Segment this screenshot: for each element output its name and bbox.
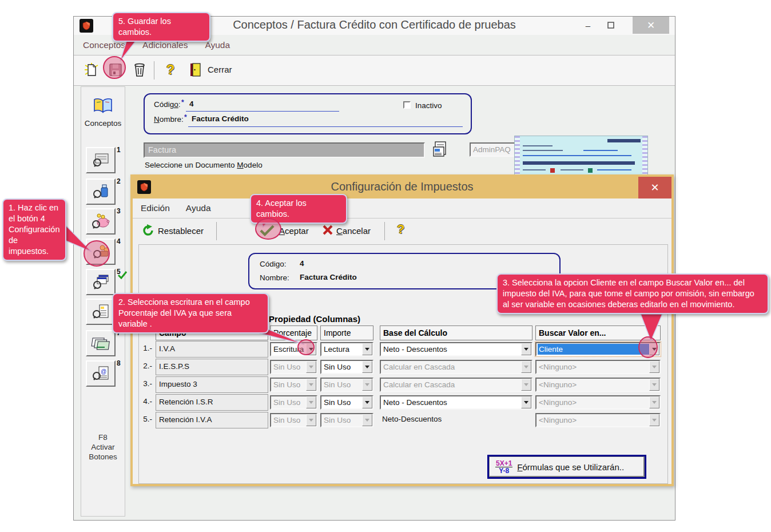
campo-cell: I.E.S.P.S [156,359,268,375]
dialog-close-icon[interactable]: ✕ [638,177,671,198]
toolbar-separator [384,222,385,240]
main-toolbar: ? Cerrar [74,55,675,85]
highlight-circle-porcentaje-arrow [297,339,315,355]
chevron-down-icon[interactable] [362,343,372,355]
row-number: 1.- [138,344,152,352]
codigo-label: Código: [260,260,287,268]
base-calculo-combo-iva[interactable]: Neto - Descuentos [380,342,532,356]
callout-step-2: 2. Selecciona escritura en el campo Porc… [112,293,269,334]
sidebar-button-5-number: 5 [117,268,125,276]
importe-combo-iva[interactable]: Lectura [320,342,373,356]
formulas-button[interactable]: 5X+1 Y-8 Fórmulas que se Utilizarán.. [487,455,646,479]
buscar-valor-combo: <Ninguno> [535,413,661,427]
codigo-label: Código: [154,100,181,109]
chevron-down-icon [306,361,316,373]
callout-step-3: 3. Selecciona la opcion Cliente en el ca… [496,273,769,314]
new-document-icon[interactable] [82,60,101,80]
codigo-input-underline [186,111,339,112]
sidebar-button-7[interactable] [86,330,116,356]
cancelar-button[interactable]: Cancelar [336,226,371,236]
porcentaje-combo: Sin Uso [270,378,317,392]
sidebar-button-1-number: 1 [117,146,125,154]
highlight-circle-save [103,56,126,79]
col-header-base: Base del Cálculo [380,325,532,340]
nombre-value: Factura Crédito [300,273,357,281]
base-calculo-combo: Calcular en Cascada [380,378,532,392]
chevron-down-icon [362,379,372,391]
screenshot-stage: Conceptos / Factura Crédito con Certific… [0,0,771,532]
formula-icon: 5X+1 Y-8 [495,460,512,474]
sidebar-button-2[interactable] [86,178,116,205]
help-icon[interactable]: ? [161,60,180,80]
required-mark: * [184,113,187,121]
sidebar-button-5[interactable] [86,269,116,295]
documento-modelo-hint: Seleccione un Documento Modelo [145,161,263,169]
documento-modelo-field: Factura [144,142,425,158]
porcentaje-combo: Sin Uso [270,413,317,427]
dialog-help-icon[interactable]: ? [397,222,404,237]
campo-cell: Impuesto 3 [156,376,268,393]
chevron-down-icon [649,396,659,408]
cerrar-button[interactable]: Cerrar [208,65,232,74]
row-number: 2.- [138,362,152,370]
callout-step-1: 1. Haz clic en el botón 4 Configuración … [2,198,66,261]
sidebar-button-8[interactable]: @ [86,360,116,387]
buscar-valor-combo: <Ninguno> [535,378,661,392]
chevron-down-icon [521,361,531,373]
required-mark: * [181,98,184,106]
sidebar-button-6[interactable] [86,299,116,325]
divider [74,85,675,86]
menu-ayuda[interactable]: Ayuda [205,40,230,50]
minimize-icon[interactable]: – [577,17,599,34]
chevron-down-icon [306,396,316,408]
aceptar-button[interactable]: Aceptar [279,226,309,236]
row-number: 3.- [138,379,152,388]
chevron-down-icon[interactable] [362,396,372,408]
restablecer-icon[interactable] [142,224,154,239]
highlight-circle-aceptar [255,218,281,240]
document-preview-thumbnail [514,136,648,179]
importe-combo[interactable]: Sin Uso [320,395,373,410]
codigo-value: 4 [300,259,304,268]
chevron-down-icon[interactable] [362,361,372,373]
maximize-icon[interactable] [599,17,622,34]
chevron-down-icon [306,379,316,391]
chevron-down-icon [521,379,531,391]
close-icon[interactable]: ✕ [633,17,669,34]
inactivo-label: Inactivo [415,101,442,110]
restablecer-button[interactable]: Restablecer [158,226,204,236]
buscar-valor-combo: <Ninguno> [535,395,661,410]
menu-ayuda[interactable]: Ayuda [186,203,211,213]
sidebar-footer-hint: F8 Activar Botones [81,432,125,462]
nombre-input[interactable]: Factura Crédito [192,114,249,123]
row-number: 5.- [138,415,152,423]
base-calculo-combo[interactable]: Neto - Descuentos [380,395,532,410]
menu-edicion[interactable]: Edición [141,203,170,213]
codigo-input[interactable]: 4 [189,100,194,108]
chevron-down-icon [362,414,372,426]
sidebar-title: Conceptos [81,119,125,128]
dialog-title: Configuración de Impuestos [133,180,671,193]
chevron-down-icon[interactable] [521,396,531,408]
sidebar-button-8-number: 8 [117,359,125,367]
porcentaje-combo: Sin Uso [270,360,317,374]
chevron-down-icon[interactable] [521,343,531,355]
svg-text:@: @ [101,368,106,375]
campo-cell: Retención I.S.R [156,394,268,411]
importe-combo[interactable]: Sin Uso [320,360,373,374]
sidebar-button-3-number: 3 [117,207,125,215]
sidebar-button-1[interactable] [86,147,116,173]
sidebar-button-4-number: 4 [117,237,125,245]
dialog-titlebar: Configuración de Impuestos ✕ [133,177,671,198]
row-number: 4.- [138,397,152,406]
highlight-circle-button-4 [84,240,110,267]
documento-modelo-icon[interactable] [432,140,449,161]
inactivo-checkbox[interactable] [403,101,411,109]
chevron-down-icon [306,414,316,426]
toolbar-separator [154,61,154,80]
cancelar-x-icon[interactable] [323,225,333,237]
importe-combo: Sin Uso [320,378,373,392]
close-door-icon[interactable] [186,60,205,80]
callout-step-5: 5. Guardar los cambios. [112,12,210,42]
chevron-down-icon [649,414,659,426]
